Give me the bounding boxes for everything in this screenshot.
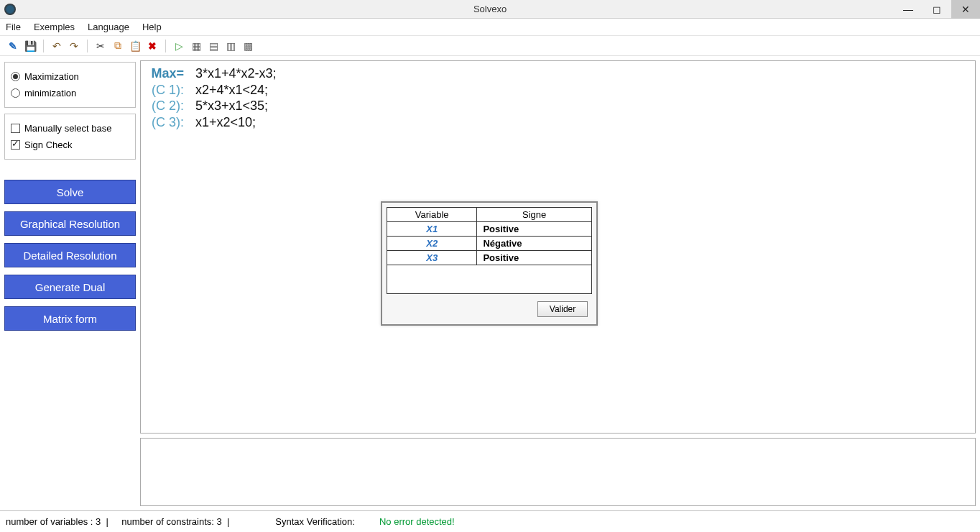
scissors-icon[interactable]: ✂ — [95, 40, 106, 52]
app-icon — [4, 4, 16, 15]
col-variable: Variable — [387, 208, 477, 222]
detailed-resolution-button[interactable]: Detailed Resolution — [4, 243, 136, 267]
radio-minimization[interactable]: minimization — [11, 85, 129, 101]
cell-sign[interactable]: Négative — [477, 237, 592, 251]
close-button[interactable]: ✕ — [951, 0, 980, 19]
window-controls: — ◻ ✕ — [894, 0, 980, 19]
grid2-icon[interactable]: ▩ — [242, 40, 254, 52]
dialog-footer: Valider — [387, 294, 592, 320]
sidebar: Maximization minimization Manually selec… — [0, 56, 140, 510]
status-syntax-label: Syntax Verification: — [275, 516, 355, 527]
copy-icon[interactable]: ⧉ — [112, 40, 124, 52]
editor-line: Max= 3*x1+4*x2-x3; — [148, 65, 968, 82]
redo-icon[interactable]: ↷ — [68, 40, 80, 52]
separator — [43, 40, 44, 52]
solve-button[interactable]: Solve — [4, 180, 136, 204]
line-expr: x1+x2<10; — [195, 114, 256, 131]
generate-dual-button[interactable]: Generate Dual — [4, 275, 136, 299]
table-icon[interactable]: ▤ — [208, 40, 219, 52]
radio-icon — [11, 88, 20, 98]
checkbox-icon — [11, 140, 20, 150]
delete-x-icon[interactable]: ✖ — [147, 40, 158, 52]
cell-var: X3 — [387, 251, 477, 265]
table-row: X2 Négative — [387, 237, 592, 251]
cell-sign[interactable]: Positive — [477, 222, 592, 237]
sign-table: Variable Signe X1 Positive X2 Négative X… — [387, 207, 592, 265]
objective-panel: Maximization minimization — [4, 62, 136, 108]
line-label: Max= — [148, 65, 184, 82]
paste-icon[interactable]: 📋 — [129, 40, 141, 52]
line-label: (C 3): — [148, 114, 184, 131]
output-console[interactable] — [140, 438, 976, 506]
menu-help[interactable]: Help — [142, 22, 162, 32]
minimize-button[interactable]: — — [894, 0, 923, 19]
options-panel: Manually select base Sign Check — [4, 114, 136, 160]
check-sign-check[interactable]: Sign Check — [11, 137, 129, 153]
radio-label: Maximization — [24, 71, 79, 82]
button-group: Solve Graphical Resolution Detailed Reso… — [4, 180, 136, 331]
menu-file[interactable]: File — [6, 22, 21, 32]
separator — [165, 40, 166, 52]
maximize-button[interactable]: ◻ — [923, 0, 951, 19]
radio-label: minimization — [24, 88, 76, 98]
cell-var: X1 — [387, 222, 477, 237]
window-title: Solvexo — [473, 4, 507, 14]
check-manual-base[interactable]: Manually select base — [11, 120, 129, 137]
dialog-body — [387, 265, 592, 294]
bars-icon[interactable]: ▥ — [225, 40, 236, 52]
grid-icon[interactable]: ▦ — [190, 40, 202, 52]
line-label: (C 1): — [148, 82, 184, 98]
status-bar: number of variables : 3 | number of cons… — [0, 510, 980, 532]
play-icon[interactable]: ▷ — [173, 40, 185, 52]
matrix-form-button[interactable]: Matrix form — [4, 306, 136, 331]
checkbox-icon — [11, 124, 20, 133]
menu-exemples[interactable]: Exemples — [34, 22, 75, 32]
radio-maximization[interactable]: Maximization — [11, 68, 129, 85]
titlebar: Solvexo — ◻ ✕ — [0, 0, 980, 19]
checkbox-label: Sign Check — [24, 139, 72, 150]
status-vars: number of variables : 3 | — [6, 516, 108, 527]
menu-language[interactable]: Language — [88, 22, 129, 32]
separator — [87, 40, 88, 52]
line-expr: 5*x3+x1<35; — [195, 98, 268, 114]
toolbar: ✎ 💾 ↶ ↷ ✂ ⧉ 📋 ✖ ▷ ▦ ▤ ▥ ▩ — [0, 36, 980, 56]
floppy-icon[interactable]: 💾 — [24, 40, 36, 52]
editor-line: (C 1): x2+4*x1<24; — [148, 82, 968, 98]
editor-line: (C 3): x1+x2<10; — [148, 114, 968, 131]
table-row: X1 Positive — [387, 222, 592, 237]
cell-sign[interactable]: Positive — [477, 251, 592, 265]
table-row: X3 Positive — [387, 251, 592, 265]
menu-bar: File Exemples Language Help — [0, 19, 980, 36]
radio-icon — [11, 72, 20, 81]
graphical-resolution-button[interactable]: Graphical Resolution — [4, 211, 136, 236]
editor-line: (C 2): 5*x3+x1<35; — [148, 98, 968, 114]
line-label: (C 2): — [148, 98, 184, 114]
checkbox-label: Manually select base — [24, 123, 111, 134]
new-file-icon[interactable]: ✎ — [7, 40, 19, 52]
line-expr: 3*x1+4*x2-x3; — [195, 65, 277, 82]
status-constraints: number of constraints: 3 | — [111, 516, 230, 527]
status-syntax-msg: No error detected! — [379, 516, 455, 527]
undo-icon[interactable]: ↶ — [51, 40, 63, 52]
cell-var: X2 — [387, 237, 477, 251]
valider-button[interactable]: Valider — [537, 301, 588, 317]
col-signe: Signe — [477, 208, 592, 222]
sign-dialog: Variable Signe X1 Positive X2 Négative X… — [381, 201, 598, 326]
line-expr: x2+4*x1<24; — [195, 82, 268, 98]
